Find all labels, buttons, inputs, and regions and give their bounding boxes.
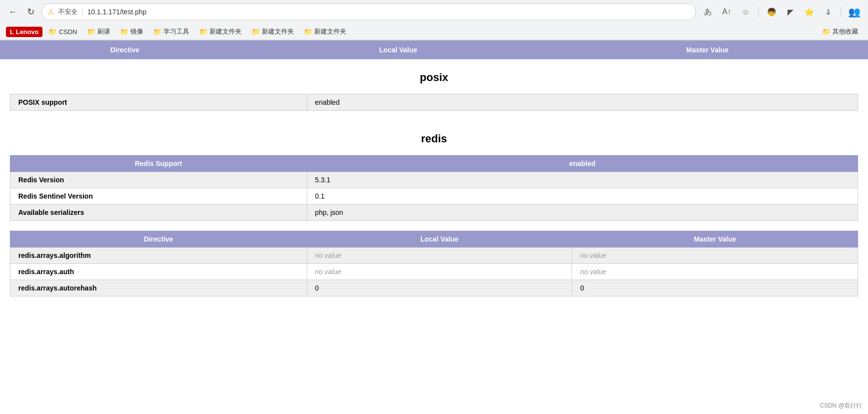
- browser-toolbar: ← ↻ ⚠ 不安全 | 10.1.1.171/test.php あ A↑ ☆ 👦…: [0, 0, 868, 24]
- lenovo-label: L: [10, 28, 14, 36]
- posix-title: posix: [10, 59, 858, 94]
- bookmark-xuexi[interactable]: 📁 学习工具: [149, 26, 193, 38]
- bookmark-shuake[interactable]: 📁 刷课: [83, 26, 114, 38]
- redis-section: redis Redis Support enabled Redis Versio…: [0, 121, 868, 296]
- bookmark-label: 学习工具: [164, 27, 189, 36]
- redis-version-label: Redis Version: [10, 172, 307, 188]
- security-label: 不安全: [58, 7, 78, 16]
- bookmark-label: 刷课: [97, 27, 110, 36]
- separator: |: [82, 8, 83, 16]
- posix-table: POSIX support enabled: [10, 94, 858, 111]
- folder-icon: 📁: [120, 28, 128, 36]
- table-row: Redis Version 5.3.1: [10, 172, 858, 188]
- redis-sentinel-value: 0.1: [307, 188, 858, 205]
- bookmark-label: 镜像: [130, 27, 143, 36]
- collections-button[interactable]: ⭐: [801, 4, 817, 20]
- bookmark-jingxiang[interactable]: 📁 镜像: [116, 26, 147, 38]
- reader-view-button[interactable]: A↑: [719, 4, 735, 20]
- lenovo-text: Lenovo: [16, 28, 39, 36]
- folder-icon: 📁: [153, 28, 162, 36]
- bookmark-new1[interactable]: 📁 新建文件夹: [195, 26, 246, 38]
- directive-col: Directive: [10, 231, 307, 248]
- posix-section: posix POSIX support enabled: [0, 59, 868, 111]
- toolbar-icons: あ A↑ ☆ 👦 ◤ ⭐ ⇓ 👥: [700, 4, 862, 20]
- folder-icon: 📁: [304, 28, 312, 36]
- directive-name: redis.arrays.auth: [10, 264, 307, 280]
- folder-icon: 📁: [822, 28, 830, 36]
- refresh-button[interactable]: ↻: [24, 5, 38, 19]
- page-content: Directive Local Value Master Value posix…: [0, 41, 868, 296]
- local-value-col: Local Value: [307, 231, 572, 248]
- table-row: Redis Sentinel Version 0.1: [10, 188, 858, 205]
- redis-serializers-label: Available serializers: [10, 205, 307, 221]
- redis-sentinel-label: Redis Sentinel Version: [10, 188, 307, 205]
- bookmark-new3[interactable]: 📁 新建文件夹: [300, 26, 350, 38]
- directive-name: redis.arrays.algorithm: [10, 248, 307, 264]
- posix-support-value: enabled: [307, 94, 858, 111]
- top-header-table: Directive Local Value Master Value: [0, 41, 868, 59]
- folder-icon: 📁: [251, 28, 260, 36]
- warning-icon: ⚠: [48, 8, 54, 16]
- bookmarks-more-label: 其他收藏: [832, 27, 858, 36]
- browser-wallet-button[interactable]: 👦: [764, 4, 780, 20]
- directive-name: redis.arrays.autorehash: [10, 280, 307, 296]
- bookmark-label: 新建文件夹: [314, 27, 346, 36]
- url-text: 10.1.1.171/test.php: [87, 8, 690, 16]
- directive-col-header: Directive: [0, 41, 249, 59]
- master-value-col: Master Value: [572, 231, 858, 248]
- download-button[interactable]: ⇓: [820, 4, 836, 20]
- table-row: redis.arrays.algorithm no value no value: [10, 248, 858, 264]
- local-value: no value: [307, 264, 572, 280]
- table-row: redis.arrays.autorehash 0 0: [10, 280, 858, 296]
- redis-support-label: Redis Support: [10, 156, 307, 172]
- table-row: Available serializers php, json: [10, 205, 858, 221]
- bookmark-label: 新建文件夹: [262, 27, 294, 36]
- master-value-col-header: Master Value: [547, 41, 868, 59]
- read-mode-button[interactable]: あ: [700, 4, 716, 20]
- browser-chrome: ← ↻ ⚠ 不安全 | 10.1.1.171/test.php あ A↑ ☆ 👦…: [0, 0, 868, 41]
- bookmark-label: 新建文件夹: [209, 27, 242, 36]
- redis-support-value: enabled: [307, 156, 858, 172]
- address-bar[interactable]: ⚠ 不安全 | 10.1.1.171/test.php: [41, 3, 696, 20]
- master-value: no value: [572, 264, 858, 280]
- master-value: 0: [572, 280, 858, 296]
- redis-title: redis: [10, 121, 858, 155]
- table-row: POSIX support enabled: [10, 94, 858, 111]
- folder-icon: 📁: [48, 28, 57, 36]
- folder-icon: 📁: [87, 28, 95, 36]
- bookmarks-bar: L Lenovo 📁 CSDN 📁 刷课 📁 镜像 📁 学习工具 📁 新建文件夹…: [0, 24, 868, 40]
- redis-support-table: Redis Support enabled Redis Version 5.3.…: [10, 155, 858, 221]
- redis-serializers-value: php, json: [307, 205, 858, 221]
- favorites-button[interactable]: ☆: [738, 4, 753, 20]
- local-value-col-header: Local Value: [249, 41, 547, 59]
- bookmark-more[interactable]: 📁 其他收藏: [818, 26, 862, 38]
- master-value: no value: [572, 248, 858, 264]
- bookmark-lenovo[interactable]: L Lenovo: [6, 27, 42, 37]
- local-value: no value: [307, 248, 572, 264]
- redis-version-value: 5.3.1: [307, 172, 858, 188]
- back-button[interactable]: ←: [6, 5, 20, 19]
- folder-icon: 📁: [199, 28, 207, 36]
- toolbar-divider: [758, 7, 759, 17]
- toolbar-divider2: [841, 7, 841, 17]
- local-value: 0: [307, 280, 572, 296]
- bookmark-csdn[interactable]: 📁 CSDN: [44, 26, 81, 37]
- profile-button[interactable]: 👥: [846, 4, 862, 20]
- bookmark-label: CSDN: [59, 28, 77, 36]
- table-row: redis.arrays.auth no value no value: [10, 264, 858, 280]
- bookmark-new2[interactable]: 📁 新建文件夹: [248, 26, 298, 38]
- split-screen-button[interactable]: ◤: [783, 4, 798, 20]
- redis-directive-table: Directive Local Value Master Value redis…: [10, 231, 858, 296]
- posix-support-label: POSIX support: [10, 94, 307, 111]
